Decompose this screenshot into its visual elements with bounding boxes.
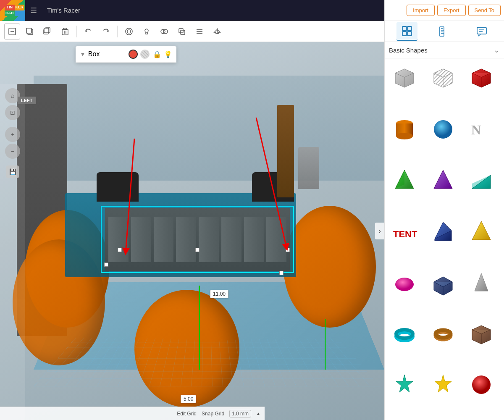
shape-star-teal[interactable] — [387, 368, 422, 402]
shape-box-brown[interactable] — [464, 317, 499, 351]
shape-box-hole[interactable] — [387, 61, 422, 95]
svg-rect-8 — [62, 29, 68, 35]
shape-torus-cyan[interactable] — [387, 317, 422, 351]
shape-cone-purple[interactable] — [426, 163, 460, 197]
zoom-in-btn[interactable]: + — [5, 127, 20, 142]
edit-grid-label[interactable]: Edit Grid — [177, 411, 197, 417]
svg-rect-18 — [179, 29, 183, 33]
svg-marker-57 — [475, 273, 488, 291]
svg-marker-52 — [472, 175, 491, 189]
handle-mid-right[interactable] — [279, 271, 284, 275]
svg-rect-31 — [407, 26, 412, 31]
shapes-dropdown-arrow: ⌄ — [494, 45, 500, 55]
align-btn[interactable] — [192, 24, 207, 39]
right-panel: Import Export Send To Basic Shapes ⌄ — [384, 0, 504, 420]
3d-scene[interactable]: LEFT — [0, 42, 384, 420]
handle-top-center[interactable] — [195, 248, 200, 252]
svg-rect-3 — [26, 28, 32, 33]
shape-torus-brown[interactable] — [426, 317, 460, 351]
viewport[interactable]: LEFT — [0, 42, 384, 420]
svg-rect-33 — [407, 32, 412, 36]
logo: TIN KER CAD — [0, 0, 25, 21]
light-toggle-btn[interactable]: 💡 — [164, 50, 172, 58]
delete-btn[interactable] — [57, 24, 73, 39]
wheel-front-right — [284, 206, 376, 328]
shape-cylinder[interactable] — [387, 112, 422, 147]
shape-tent[interactable]: TENT — [387, 214, 422, 249]
import-btn-right[interactable]: Import — [407, 5, 435, 16]
edit-toolbar — [0, 24, 393, 39]
prop-dropdown-btn[interactable]: ▼ — [80, 51, 86, 58]
right-panel-top: Import Export Send To — [385, 0, 504, 21]
handle-mid-left[interactable] — [104, 262, 108, 267]
shape-sphere[interactable] — [426, 112, 460, 147]
comment-nav-btn[interactable] — [471, 22, 492, 41]
copy-btn[interactable] — [22, 24, 38, 39]
svg-marker-50 — [434, 170, 452, 189]
hole-color-btn[interactable] — [140, 50, 150, 59]
zoom-out-btn[interactable]: − — [5, 144, 20, 159]
dimension-label-2: 5.00 — [181, 395, 196, 403]
shape-sphere-red2[interactable] — [464, 368, 499, 402]
view-mode-btn[interactable] — [121, 24, 137, 39]
right-panel-nav — [385, 21, 504, 42]
svg-text:N: N — [471, 122, 481, 137]
seat-left — [97, 172, 139, 202]
svg-marker-63 — [435, 375, 452, 392]
undo-btn[interactable] — [80, 24, 96, 39]
shape-cube-blue[interactable] — [426, 265, 460, 300]
property-header: ▼ Box 🔒 💡 — [76, 46, 176, 63]
svg-point-64 — [472, 375, 491, 394]
mirror-btn[interactable] — [209, 24, 225, 39]
shapes-grid: N TENT — [385, 58, 504, 420]
lock-btn[interactable]: 🔒 — [153, 50, 161, 58]
shape-pyramid-green[interactable] — [387, 163, 422, 197]
project-title: Tim's Racer — [42, 7, 399, 14]
property-panel: ▼ Box 🔒 💡 — [76, 46, 176, 63]
snap-value[interactable]: 1.0 mm — [229, 410, 251, 417]
svg-point-17 — [163, 29, 168, 34]
solid-color-btn[interactable] — [129, 50, 138, 59]
svg-point-56 — [395, 278, 414, 291]
shapes-category-header[interactable]: Basic Shapes ⌄ — [385, 42, 504, 58]
shape-star-yellow[interactable] — [426, 368, 460, 402]
expand-panel-btn[interactable]: › — [375, 223, 384, 239]
prop-title-text: Box — [88, 50, 129, 58]
svg-rect-32 — [402, 32, 407, 36]
handle-top-left[interactable] — [118, 248, 122, 252]
redo-btn[interactable] — [98, 24, 114, 39]
send-to-btn-right[interactable]: Send To — [468, 5, 501, 16]
exhaust — [277, 105, 294, 197]
left-label: LEFT — [18, 97, 36, 104]
shape-text[interactable]: N — [464, 112, 499, 147]
shapes-category-label: Basic Shapes — [389, 47, 494, 54]
svg-rect-30 — [402, 26, 407, 31]
grid-plane — [34, 338, 380, 386]
shapes-grid-nav-btn[interactable] — [396, 22, 417, 41]
intersect-btn[interactable] — [174, 24, 190, 39]
svg-text:TENT: TENT — [393, 229, 417, 239]
shape-pyramid-yellow[interactable] — [464, 214, 499, 249]
shape-box-hole-2[interactable] — [426, 61, 460, 95]
dimension-label-1: 11.00 — [210, 290, 228, 298]
fit-view-btn[interactable]: ⊡ — [5, 105, 20, 120]
z-axis-indicator-2 — [325, 319, 326, 370]
shape-cone-gray[interactable] — [464, 265, 499, 300]
shape-wedge-teal[interactable] — [464, 163, 499, 197]
save-view-btn[interactable]: 💾 — [6, 165, 19, 178]
shape-prism-blue[interactable] — [426, 214, 460, 249]
new-shape-btn[interactable] — [4, 24, 20, 39]
light-btn[interactable] — [139, 24, 155, 39]
shape-sphere-pink[interactable] — [387, 265, 422, 300]
duplicate-btn[interactable] — [39, 24, 55, 39]
snap-arrow[interactable]: ▲ — [256, 411, 260, 416]
export-btn-right[interactable]: Export — [437, 5, 466, 16]
hamburger-menu[interactable]: ☰ — [25, 0, 42, 21]
shape-box-red[interactable] — [464, 61, 499, 95]
ruler-nav-btn[interactable] — [434, 22, 455, 41]
z-axis-indicator — [199, 286, 200, 370]
svg-marker-24 — [214, 29, 217, 34]
handle-top-right[interactable] — [286, 248, 290, 252]
union-btn[interactable] — [156, 24, 172, 39]
prop-icons: 🔒 💡 — [153, 50, 172, 58]
